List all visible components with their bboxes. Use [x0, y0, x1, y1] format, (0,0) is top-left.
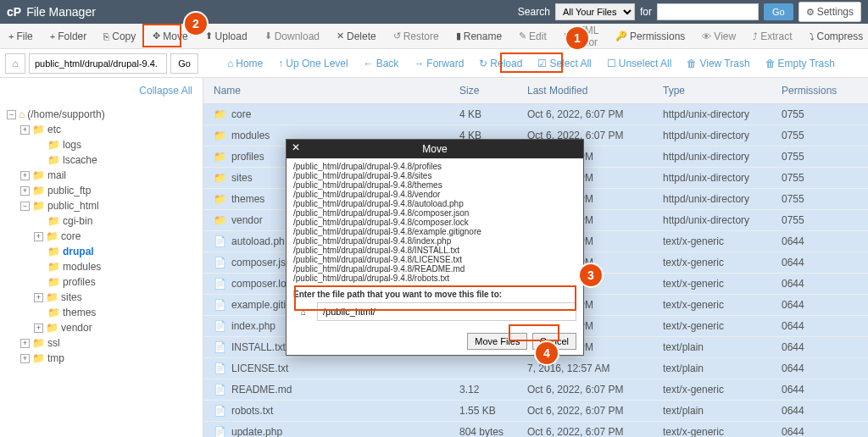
tree-label: modules	[63, 261, 101, 273]
search-go-button[interactable]: Go	[764, 3, 793, 20]
table-row[interactable]: 📁core4 KBOct 6, 2022, 6:07 PMhttpd/unix-…	[203, 104, 868, 125]
tree-toggle-icon[interactable]: +	[20, 339, 30, 348]
file-permissions: 0755	[782, 172, 858, 184]
tree-label: public_html	[47, 200, 99, 212]
tree-toggle-icon[interactable]: +	[20, 171, 30, 180]
file-icon: 📄	[214, 278, 226, 290]
folder-icon: 📁	[214, 172, 226, 184]
folder-icon: 📁	[46, 291, 58, 303]
tree-item[interactable]: +📁public_ftp	[0, 183, 203, 198]
delete-button[interactable]: ✕Delete	[328, 25, 385, 47]
col-size-header[interactable]: Size	[459, 85, 527, 97]
unselect-all-button[interactable]: ☐ Unselect All	[600, 54, 679, 73]
file-size: 804 bytes	[459, 426, 527, 437]
file-icon: 📄	[214, 257, 226, 268]
collapse-all-button[interactable]: Collapse All	[0, 78, 203, 103]
folder-icon: 📁	[214, 214, 226, 226]
copy-button[interactable]: ⎘Copy	[95, 25, 144, 47]
view-button[interactable]: 👁View	[693, 25, 744, 47]
tree-item[interactable]: +📁mail	[0, 168, 203, 183]
close-icon[interactable]: ✕	[292, 141, 300, 153]
tree-item[interactable]: +📁etc	[0, 122, 203, 137]
compress-button[interactable]: ⤵Compress	[801, 25, 869, 47]
folder-button[interactable]: +Folder	[42, 25, 95, 47]
restore-button[interactable]: ↺Restore	[385, 25, 448, 47]
table-row[interactable]: 📄LICENSE.txt7, 2016, 12:57 AMtext/plain0…	[203, 358, 868, 379]
tree-item[interactable]: 📁lscache	[0, 152, 203, 168]
tree-item[interactable]: −⌂(/home/supporth)	[0, 107, 203, 122]
tree-toggle-icon[interactable]: +	[34, 324, 43, 333]
tree-item[interactable]: +📁sites	[0, 290, 203, 305]
modal-file-path: /public_html/drupal/drupal-9.4.8/README.…	[293, 264, 576, 274]
empty-trash-button[interactable]: 🗑 Empty Trash	[759, 54, 842, 73]
tree-item[interactable]: 📁themes	[0, 305, 203, 320]
select-all-button[interactable]: ☑ Select All	[531, 54, 598, 73]
back-button[interactable]: ← Back	[357, 54, 406, 73]
tree-toggle-icon[interactable]: +	[20, 354, 30, 363]
table-row[interactable]: 📄update.php804 bytesOct 6, 2022, 6:07 PM…	[203, 422, 868, 437]
nav-home-button[interactable]: ⌂ Home	[220, 54, 270, 73]
tree-item[interactable]: 📁profiles	[0, 274, 203, 290]
tree-item[interactable]: 📁logs	[0, 137, 203, 152]
rename-icon: ▮	[456, 30, 461, 41]
col-perm-header[interactable]: Permissions	[782, 85, 858, 97]
file-permissions: 0755	[782, 130, 858, 141]
tree-toggle-icon[interactable]: +	[34, 293, 43, 302]
tree-label: profiles	[63, 276, 96, 288]
extract-icon: ⤴	[753, 31, 758, 41]
tree-toggle-icon[interactable]: −	[7, 110, 16, 119]
settings-button[interactable]: ⚙ Settings	[798, 2, 861, 22]
tree-item[interactable]: 📁modules	[0, 259, 203, 274]
move-files-button[interactable]: Move Files	[467, 333, 527, 350]
up-level-button[interactable]: ↑ Up One Level	[271, 54, 354, 73]
folder-icon: 📁	[214, 151, 226, 163]
modal-title: Move	[422, 143, 447, 155]
home-icon[interactable]: ⌂	[5, 53, 25, 74]
file-type: httpd/unix-directory	[663, 172, 782, 184]
tree-toggle-icon[interactable]: +	[20, 125, 30, 135]
folder-icon: 📁	[32, 200, 45, 212]
tree-label: drupal	[63, 246, 94, 257]
tree-label: core	[61, 230, 81, 242]
table-row[interactable]: 📄README.md3.12Oct 6, 2022, 6:07 PMtext/x…	[203, 379, 868, 401]
cpanel-logo: cP	[7, 5, 21, 19]
file-name: sites	[231, 172, 253, 184]
tree-item[interactable]: 📁drupal	[0, 244, 203, 259]
tree-label: cgi-bin	[63, 215, 92, 227]
file-button[interactable]: +File	[0, 25, 42, 47]
col-type-header[interactable]: Type	[663, 85, 782, 97]
path-input[interactable]	[29, 53, 167, 74]
file-modified: 7, 2016, 12:57 AM	[527, 362, 663, 374]
view-trash-button[interactable]: 🗑 View Trash	[680, 54, 756, 73]
reload-button[interactable]: ↻ Reload	[472, 54, 529, 73]
col-modified-header[interactable]: Last Modified	[527, 85, 663, 97]
forward-button[interactable]: → Forward	[407, 54, 470, 73]
tree-item[interactable]: −📁public_html	[0, 198, 203, 213]
rename-button[interactable]: ▮Rename	[448, 25, 510, 47]
tree-toggle-icon[interactable]: +	[34, 232, 43, 241]
download-button[interactable]: ⬇Download	[256, 25, 328, 47]
extract-button[interactable]: ⤴Extract	[744, 25, 800, 47]
tree-toggle-icon[interactable]: −	[20, 202, 30, 211]
file-name: example.giti	[231, 299, 286, 311]
tree-item[interactable]: +📁vendor	[0, 320, 203, 335]
col-name-header[interactable]: Name	[214, 85, 459, 97]
tree-item[interactable]: +📁ssl	[0, 335, 203, 351]
annotation-1: 1	[566, 27, 588, 49]
file-modified: Oct 6, 2022, 6:07 PM	[527, 108, 663, 120]
file-type: text/x-generic	[663, 278, 782, 290]
path-go-button[interactable]: Go	[170, 53, 198, 74]
permissions-button[interactable]: 🔑Permissions	[607, 25, 693, 47]
destination-input[interactable]	[317, 302, 576, 321]
home-icon[interactable]: ⌂	[293, 307, 314, 317]
tree-item[interactable]: +📁core	[0, 229, 203, 244]
tree-item[interactable]: +📁tmp	[0, 351, 203, 366]
plus-icon: +	[8, 31, 14, 41]
folder-icon: 📁	[46, 230, 58, 242]
search-input[interactable]	[657, 3, 759, 20]
search-scope-select[interactable]: All Your Files	[555, 3, 635, 20]
tree-toggle-icon[interactable]: +	[20, 186, 30, 196]
edit-button[interactable]: ✎Edit	[510, 25, 555, 47]
tree-item[interactable]: 📁cgi-bin	[0, 213, 203, 229]
table-row[interactable]: 📄robots.txt1.55 KBOct 6, 2022, 6:07 PMte…	[203, 401, 868, 422]
